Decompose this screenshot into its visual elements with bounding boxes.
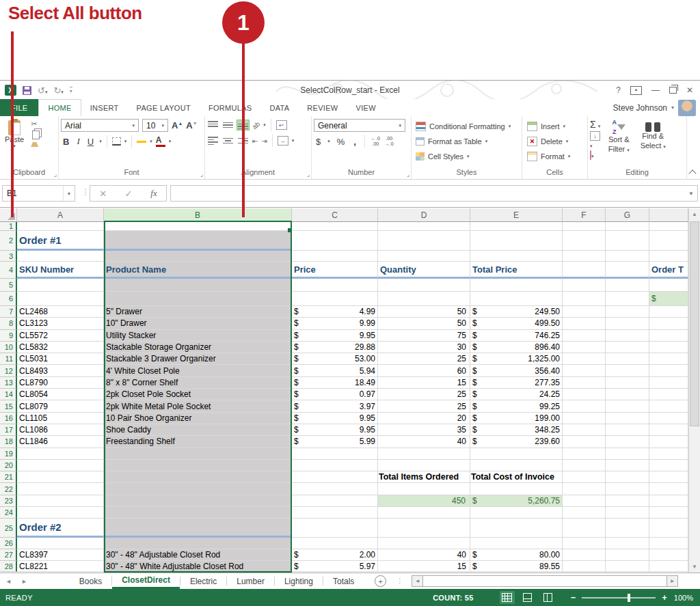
- clipboard-dialog-launcher-icon[interactable]: ⌟: [54, 171, 57, 178]
- tab-home[interactable]: HOME: [38, 99, 81, 116]
- cell-E4[interactable]: Total Price: [470, 262, 563, 279]
- row-header-26[interactable]: 26: [0, 538, 17, 549]
- sheet-tab-totals[interactable]: Totals: [323, 573, 364, 589]
- cell-E26[interactable]: [470, 538, 563, 549]
- row-header-20[interactable]: 20: [0, 460, 17, 471]
- decrease-font-icon[interactable]: A▼: [186, 120, 197, 130]
- row-header-10[interactable]: 10: [0, 342, 17, 353]
- font-color-caret-icon[interactable]: ▾: [169, 139, 172, 144]
- cell-G27[interactable]: [606, 549, 649, 561]
- cell-B12[interactable]: 4' White Closet Pole: [104, 365, 292, 376]
- cell-E3[interactable]: [470, 251, 563, 262]
- cell-B22[interactable]: [104, 483, 292, 495]
- comma-format-icon[interactable]: ,: [351, 137, 358, 147]
- cell-H23[interactable]: [649, 495, 688, 507]
- cell-G18[interactable]: [606, 436, 649, 447]
- cell-A18[interactable]: CL1846: [17, 436, 104, 447]
- cell-F3[interactable]: [563, 251, 606, 262]
- cell-F12[interactable]: [563, 365, 606, 376]
- cell-B10[interactable]: Stackable Storage Organizer: [104, 342, 292, 353]
- cell-A16[interactable]: CL1105: [17, 413, 104, 424]
- cell-B16[interactable]: 10 Pair Shoe Organizer: [104, 413, 292, 424]
- cell-D10[interactable]: 30: [378, 342, 470, 353]
- cell-C25[interactable]: [292, 519, 378, 538]
- cell-D27[interactable]: 40: [378, 549, 470, 561]
- cell-E23[interactable]: $5,260.75: [470, 495, 563, 507]
- cell-C23[interactable]: [292, 495, 378, 507]
- cell-F27[interactable]: [563, 549, 606, 561]
- cell-H7[interactable]: [649, 306, 688, 318]
- cell-B20[interactable]: [104, 460, 292, 471]
- cell-H20[interactable]: [649, 460, 688, 471]
- name-box[interactable]: B1 ▼: [2, 185, 75, 202]
- tab-review[interactable]: REVIEW: [298, 99, 347, 116]
- cell-F21[interactable]: [563, 471, 606, 483]
- cell-B9[interactable]: Utility Stacker: [104, 330, 292, 342]
- sheet-nav-prev-icon[interactable]: ◄: [5, 578, 12, 585]
- cell-A15[interactable]: CL8079: [17, 400, 104, 412]
- tab-view[interactable]: VIEW: [347, 99, 385, 116]
- cell-C2[interactable]: [292, 231, 378, 251]
- zoom-out-icon[interactable]: −: [571, 593, 576, 602]
- cell-F23[interactable]: [563, 495, 606, 507]
- cell-F28[interactable]: [563, 561, 606, 572]
- scroll-down-icon[interactable]: ▼: [689, 561, 700, 573]
- underline-caret-icon[interactable]: ▾: [99, 139, 102, 144]
- decrease-decimal-icon[interactable]: .00→.0: [385, 136, 394, 146]
- cell-D12[interactable]: 60: [378, 365, 470, 376]
- cell-E16[interactable]: $199.00: [470, 413, 563, 424]
- cell-E27[interactable]: $80.00: [470, 549, 563, 561]
- cell-B7[interactable]: 5" Drawer: [104, 306, 292, 318]
- font-dialog-launcher-icon[interactable]: ⌟: [200, 171, 203, 178]
- cell-C16[interactable]: $9.95: [292, 413, 378, 424]
- cell-B17[interactable]: Shoe Caddy: [104, 424, 292, 436]
- cell-H12[interactable]: [649, 365, 688, 376]
- cell-G6[interactable]: [606, 292, 649, 306]
- cell-E12[interactable]: $356.40: [470, 365, 563, 376]
- row-header-23[interactable]: 23: [0, 495, 17, 507]
- cell-D11[interactable]: 25: [378, 353, 470, 365]
- cell-G16[interactable]: [606, 413, 649, 424]
- sheet-tab-electric[interactable]: Electric: [180, 573, 226, 589]
- zoom-thumb[interactable]: [628, 594, 630, 602]
- cell-D1[interactable]: [378, 222, 470, 231]
- cell-E8[interactable]: $499.50: [470, 318, 563, 329]
- cell-F18[interactable]: [563, 436, 606, 447]
- cell-D16[interactable]: 20: [378, 413, 470, 424]
- column-header-G[interactable]: G: [606, 208, 649, 222]
- autosum-button[interactable]: Σ ▾: [590, 120, 600, 129]
- italic-button[interactable]: I: [75, 136, 81, 147]
- borders-caret-icon[interactable]: ▾: [124, 139, 127, 144]
- cell-A3[interactable]: [17, 251, 104, 262]
- row-header-11[interactable]: 11: [0, 353, 17, 365]
- cell-A28[interactable]: CL8221: [17, 561, 104, 572]
- row-header-21[interactable]: 21: [0, 471, 17, 483]
- cell-C8[interactable]: $9.99: [292, 318, 378, 329]
- row-header-25[interactable]: 25: [0, 519, 17, 538]
- tab-file[interactable]: FILE: [0, 99, 38, 116]
- cell-B3[interactable]: [104, 251, 292, 262]
- cell-A26[interactable]: [17, 538, 104, 549]
- cell-H25[interactable]: [649, 519, 688, 538]
- cell-E9[interactable]: $746.25: [470, 330, 563, 342]
- cell-H8[interactable]: [649, 318, 688, 329]
- cell-D14[interactable]: 25: [378, 389, 470, 400]
- format-as-table-button[interactable]: Format as Table▾: [414, 134, 520, 149]
- find-select-button[interactable]: Find & Select ▾: [637, 119, 669, 168]
- vertical-scrollbar[interactable]: ▲ ▼: [688, 208, 700, 573]
- cell-G7[interactable]: [606, 306, 649, 318]
- cell-B23[interactable]: [104, 495, 292, 507]
- increase-indent-icon[interactable]: ⇥: [261, 137, 267, 145]
- row-header-9[interactable]: 9: [0, 330, 17, 342]
- cell-G17[interactable]: [606, 424, 649, 436]
- column-header-C[interactable]: C: [292, 208, 378, 222]
- cell-C20[interactable]: [292, 460, 378, 471]
- cell-H9[interactable]: [649, 330, 688, 342]
- cell-H10[interactable]: [649, 342, 688, 353]
- cell-B1[interactable]: [104, 222, 292, 231]
- number-format-select[interactable]: General▾: [314, 119, 405, 132]
- sheet-tab-lumber[interactable]: Lumber: [227, 573, 274, 589]
- cell-F24[interactable]: [563, 507, 606, 519]
- merge-caret-icon[interactable]: ▾: [292, 138, 295, 143]
- row-header-28[interactable]: 28: [0, 561, 17, 572]
